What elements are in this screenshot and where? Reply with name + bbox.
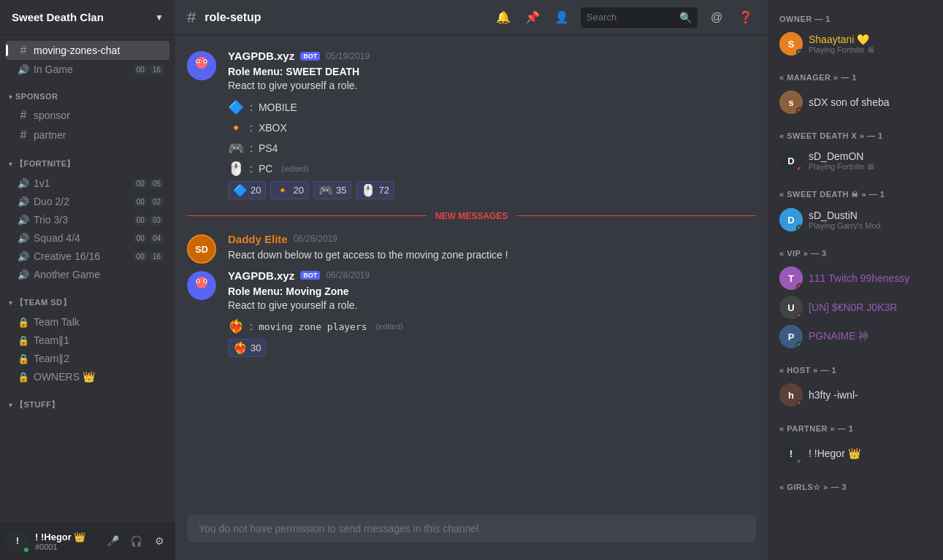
member-info-h3fty: h3fty -iwnl- [809,389,931,401]
channel-item-creative[interactable]: 🔊 Creative 16/16 00 16 [6,248,169,265]
message-input-area: You do not have permission to send messa… [175,515,768,560]
channel-item-sponsor[interactable]: # sponsor [6,106,169,125]
channel-name-trio: Trio 3/3 [34,214,129,226]
reaction-moving-zone[interactable]: ❤️‍🔥 30 [228,339,266,357]
member-category-name-vip: « VIP » — 3 [774,246,937,261]
category-header-team-sd[interactable]: ▾ 【TEAM SD】 [6,296,169,310]
avatar-yagpdb-2 [187,271,216,300]
message-timestamp-1: 05/19/2019 [326,51,370,61]
channel-item-team-talk[interactable]: 🔒 Team Talk [6,313,169,331]
members-button[interactable]: 👤 [551,7,572,28]
server-header[interactable]: Sweet Death Clan ▼ [0,0,175,35]
channel-item-moving-zones-chat[interactable]: # moving-zones-chat [6,41,169,60]
footer-user-info: ! !Hegor 👑 #0001 [35,532,96,551]
member-info-sd-demon: sD_DemON Playing Fortnite 🖥 [809,150,931,171]
message-text-1: Role Menu: SWEET DEATH React to give you… [228,65,756,93]
category-header-sponsor[interactable]: ▾ SPONSOR [6,91,169,102]
message-timestamp-daddy-elite: 06/28/2019 [294,234,337,244]
text-channel-icon: # [18,44,29,57]
member-category-girls: « GIRLS☆ » — 3 [774,480,937,495]
search-bar[interactable]: 🔍 [581,7,698,28]
search-input[interactable] [587,12,675,23]
channel-hash-icon: # [187,8,196,27]
channel-item-another-game[interactable]: 🔊 Another Game [6,266,169,283]
channel-name-sponsor: sponsor [34,110,164,121]
member-sd-dustin[interactable]: D sD_DustiN Playing Garry's Mod [774,205,937,234]
message-author-yagpdb-1: YAGPDB.xyz [228,50,294,62]
reaction-ps4[interactable]: 🎮 35 [313,181,351,199]
member-category-name-manager: « MANAGER » — 1 [774,70,937,85]
category-arrow-fortnite: ▾ [9,160,12,168]
notifications-button[interactable]: 🔔 [493,7,514,28]
avatar-sd-demon: D [779,149,803,172]
svg-point-4 [197,61,199,62]
avatar-yagpdb-1 [187,51,216,80]
member-category-host: « HOST » — 1 h h3fty -iwnl- [774,363,937,410]
channel-item-1v1[interactable]: 🔊 1v1 00 05 [6,174,169,192]
svg-text:!: ! [790,448,793,459]
member-status-sd-dustin: Playing Garry's Mod [809,221,931,230]
channel-name-team-talk: Team Talk [34,316,164,328]
settings-button[interactable]: ⚙ [149,531,169,551]
voice-icon-duo: 🔊 [18,196,29,207]
category-header-stuff[interactable]: ▾ 【STUFF】 [6,398,169,412]
member-un-senor[interactable]: U [UN] $€N0R J0K3R [774,293,937,322]
channel-item-partner[interactable]: # partner [6,126,169,145]
member-sd-demon[interactable]: D sD_DemON Playing Fortnite 🖥 [774,146,937,175]
channel-item-owners[interactable]: 🔒 OWNERS 👑 [6,368,169,386]
avatar-daddy-elite: SD [187,234,216,264]
reaction-xbox[interactable]: 🔸 20 [270,181,308,199]
mute-button[interactable]: 🎤 [102,531,123,551]
role-ps4: 🎮 : PS4 [228,140,756,156]
member-h3fty[interactable]: h h3fty -iwnl- [774,380,937,410]
category-header-fortnite[interactable]: ▾ 【FORTNITE】 [6,157,169,171]
channel-item-team2[interactable]: 🔒 Team‖2 [6,350,169,367]
reaction-pc[interactable]: 🖱️ 72 [356,181,394,199]
member-info-shaaytani: Shaaytani 💛 Playing Fortnite 🖥 [809,34,931,54]
avatar-sd-dustin: D [779,208,803,231]
status-dot-shaaytani [796,49,803,55]
message-text-yagpdb-2: Role Menu: Moving Zone React to give you… [228,285,756,313]
deafen-button[interactable]: 🎧 [126,531,146,551]
category-name-fortnite: 【FORTNITE】 [15,158,167,169]
channel-item-in-game[interactable]: 🔊 In Game 00 16 [6,61,169,78]
message-title-1: Role Menu: SWEET DEATH [228,66,359,77]
member-status-shaaytani: Playing Fortnite 🖥 [809,45,931,54]
channel-counts-trio: 00 03 [134,215,164,225]
member-info-sd-dustin: sD_DustiN Playing Garry's Mod [809,210,931,230]
reaction-mobile[interactable]: 🔷 20 [228,181,266,199]
member-hegor-partner[interactable]: ! ! !Hegor 👑 [774,439,937,468]
member-twitch99[interactable]: T 111 Twitch 99henessy [774,264,937,293]
role-pc: 🖱️ : PC (edited) [228,161,756,177]
inbox-button[interactable]: @ [706,7,727,28]
member-shaaytani[interactable]: S Shaaytani 💛 Playing Fortnite 🖥 [774,29,937,58]
pinned-button[interactable]: 📌 [522,7,543,28]
message-content-yagpdb-2: YAGPDB.xyz BOT 06/28/2019 Role Menu: Mov… [228,269,756,358]
channel-item-team1[interactable]: 🔒 Team‖1 [6,331,169,349]
member-pgnaime[interactable]: P PGNAIME 神 [774,322,937,351]
channel-name-squad: Squad 4/4 [34,232,129,244]
channel-item-squad[interactable]: 🔊 Squad 4/4 00 04 [6,229,169,247]
category-arrow-stuff: ▾ [9,401,12,409]
member-name-sdx: sDX son of sheba [809,96,931,108]
category-team-sd: ▾ 【TEAM SD】 [0,284,175,312]
sidebar: Sweet Death Clan ▼ # moving-zones-chat 🔊… [0,0,175,560]
svg-text:h: h [788,390,794,401]
avatar-sdx: s [779,91,803,114]
message-header-daddy-elite: Daddy Elite 06/28/2019 [228,233,756,245]
message-text-daddy-elite: React down below to get access to the mo… [228,248,756,262]
member-sdx[interactable]: s sDX son of sheba [774,88,937,117]
status-dot-pgnaime [796,342,803,348]
sidebar-footer: ! ! !Hegor 👑 #0001 🎤 🎧 ⚙ [0,522,175,560]
channel-item-duo[interactable]: 🔊 Duo 2/2 00 02 [6,193,169,210]
message-daddy-elite: SD Daddy Elite 06/28/2019 React down bel… [175,230,768,266]
reactions-row-1: 🔷 20 🔸 20 🎮 35 [228,181,756,199]
member-name-shaaytani: Shaaytani 💛 [809,34,931,45]
member-category-name-partner: « PARTNER » — 1 [774,421,937,436]
svg-text:U: U [787,302,794,313]
channel-counts-1v1: 00 05 [134,179,164,188]
channel-item-trio[interactable]: 🔊 Trio 3/3 00 03 [6,211,169,229]
channel-counts-in-game: 00 16 [134,65,164,74]
message-header-yagpdb-2: YAGPDB.xyz BOT 06/28/2019 [228,269,756,282]
help-button[interactable]: ❓ [736,7,756,28]
